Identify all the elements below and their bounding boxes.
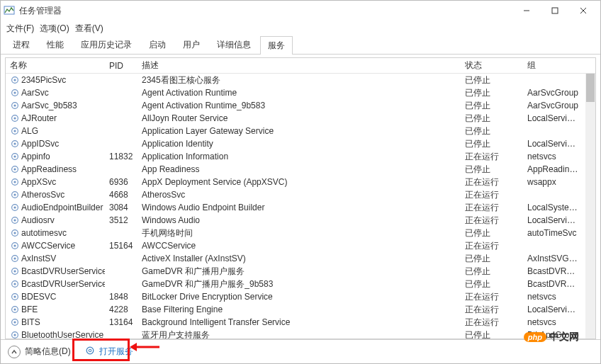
service-name: BITS bbox=[21, 317, 40, 327]
table-row[interactable]: Appinfo11832Application Information正在运行n… bbox=[6, 150, 585, 163]
open-services-link[interactable]: 打开服务 bbox=[99, 346, 133, 358]
table-row[interactable]: AppXSvc6936AppX Deployment Service (AppX… bbox=[6, 176, 585, 188]
svg-point-22 bbox=[13, 181, 16, 183]
table-row[interactable]: ALGApplication Layer Gateway Service已停止 bbox=[6, 125, 585, 137]
col-status[interactable]: 状态 bbox=[461, 58, 523, 73]
service-name: AppReadiness bbox=[21, 164, 77, 174]
maximize-button[interactable] bbox=[541, 1, 569, 20]
service-name: AarSvc bbox=[21, 88, 49, 98]
svg-point-38 bbox=[13, 283, 16, 285]
table-row[interactable]: AppIDSvcApplication Identity已停止LocalServ… bbox=[6, 137, 585, 150]
service-icon bbox=[10, 101, 20, 110]
table-row[interactable]: AtherosSvc4668AtherosSvc正在运行 bbox=[6, 188, 585, 201]
service-name: AppXSvc bbox=[21, 177, 56, 187]
service-name: BDESVC bbox=[21, 292, 56, 302]
service-icon bbox=[10, 139, 20, 149]
service-icon bbox=[10, 75, 20, 85]
tab-app-history[interactable]: 应用历史记录 bbox=[73, 35, 140, 54]
col-name[interactable]: 名称 bbox=[6, 58, 105, 73]
table-row[interactable]: AarSvcAgent Activation Runtime已停止AarSvcG… bbox=[6, 86, 585, 99]
scrollbar[interactable] bbox=[585, 74, 595, 339]
table-row[interactable]: AarSvc_9b583Agent Activation Runtime_9b5… bbox=[6, 99, 585, 112]
tab-processes[interactable]: 进程 bbox=[5, 35, 38, 54]
table-row[interactable]: AxInstSVActiveX Installer (AxInstSV)已停止A… bbox=[6, 252, 585, 265]
table-header: 名称 PID 描述 状态 组 bbox=[6, 58, 595, 74]
table-row[interactable]: BDESVC1848BitLocker Drive Encryption Ser… bbox=[6, 290, 585, 303]
scrollbar-thumb[interactable] bbox=[586, 74, 595, 102]
service-name: AJRouter bbox=[21, 113, 57, 123]
svg-point-26 bbox=[13, 206, 16, 208]
table-row[interactable]: AWCCService15164AWCCService正在运行 bbox=[6, 239, 585, 252]
service-icon bbox=[10, 254, 20, 263]
service-name: AtherosSvc bbox=[21, 190, 64, 200]
service-group: AarSvcGroup bbox=[523, 99, 584, 112]
table-row[interactable]: BcastDVRUserService_9b...GameDVR 和广播用户服务… bbox=[6, 278, 585, 290]
service-group bbox=[523, 79, 584, 81]
svg-point-8 bbox=[13, 91, 16, 93]
service-name: BcastDVRUserService bbox=[21, 266, 105, 276]
service-pid: 13164 bbox=[105, 316, 137, 329]
table-row[interactable]: AJRouterAllJoyn Router Service已停止LocalSe… bbox=[6, 112, 585, 125]
svg-point-49 bbox=[86, 347, 94, 354]
service-group bbox=[523, 193, 584, 196]
col-group[interactable]: 组 bbox=[523, 58, 584, 73]
tab-startup[interactable]: 启动 bbox=[141, 35, 174, 54]
menu-file[interactable]: 文件(F) bbox=[6, 23, 34, 35]
service-group: netsvcs bbox=[523, 316, 584, 329]
svg-point-12 bbox=[13, 117, 16, 119]
service-pid: 6936 bbox=[105, 176, 137, 188]
service-pid bbox=[105, 130, 137, 132]
service-desc: Agent Activation Runtime_9b583 bbox=[137, 99, 461, 112]
col-desc[interactable]: 描述 bbox=[137, 58, 461, 73]
service-group: BcastDVRUs... bbox=[523, 265, 584, 278]
service-pid: 1848 bbox=[105, 290, 137, 303]
svg-point-24 bbox=[13, 193, 16, 195]
service-desc: 2345看图王核心服务 bbox=[137, 74, 461, 88]
svg-point-36 bbox=[13, 270, 16, 272]
service-pid bbox=[105, 104, 137, 107]
service-icon bbox=[10, 190, 20, 200]
close-button[interactable] bbox=[569, 1, 597, 20]
service-pid: 4668 bbox=[105, 188, 137, 201]
collapse-button[interactable] bbox=[8, 346, 21, 358]
tab-users[interactable]: 用户 bbox=[175, 35, 208, 54]
svg-point-18 bbox=[13, 155, 16, 157]
service-icon bbox=[10, 279, 20, 289]
menu-view[interactable]: 查看(V) bbox=[75, 23, 103, 35]
menubar: 文件(F) 选项(O) 查看(V) bbox=[1, 21, 600, 36]
service-icon bbox=[10, 203, 20, 212]
service-name: AudioEndpointBuilder bbox=[21, 203, 103, 212]
table-row[interactable]: BITS13164Background Intelligent Transfer… bbox=[6, 316, 585, 329]
service-icon bbox=[10, 292, 20, 302]
table-row[interactable]: AppReadinessApp Readiness已停止AppReadiness bbox=[6, 163, 585, 176]
service-pid: 15164 bbox=[105, 239, 137, 252]
table-row[interactable]: 2345PicSvc2345看图王核心服务已停止 bbox=[6, 74, 585, 86]
col-pid[interactable]: PID bbox=[105, 59, 137, 72]
service-pid bbox=[105, 334, 137, 336]
service-pid: 3512 bbox=[105, 214, 137, 227]
svg-point-10 bbox=[13, 104, 16, 106]
table-row[interactable]: Audiosrv3512Windows Audio正在运行LocalServic… bbox=[6, 214, 585, 227]
service-desc: Background Intelligent Transfer Service bbox=[137, 316, 461, 329]
services-table: 名称 PID 描述 状态 组 2345PicSvc2345看图王核心服务已停止A… bbox=[5, 57, 596, 339]
minimize-button[interactable] bbox=[512, 1, 541, 20]
table-row[interactable]: BluetoothUserService蓝牙用户支持服务已停止BthAppGro… bbox=[6, 329, 585, 339]
brief-info-link[interactable]: 简略信息(D) bbox=[25, 346, 71, 358]
svg-point-20 bbox=[13, 168, 16, 170]
svg-point-6 bbox=[13, 79, 16, 81]
svg-point-40 bbox=[13, 295, 16, 297]
table-row[interactable]: AudioEndpointBuilder3084Windows Audio En… bbox=[6, 201, 585, 214]
service-group: LocalService... bbox=[523, 303, 584, 316]
service-desc: 手机网络时间 bbox=[137, 226, 461, 241]
tab-services[interactable]: 服务 bbox=[260, 36, 293, 55]
tab-details[interactable]: 详细信息 bbox=[209, 35, 259, 54]
menu-options[interactable]: 选项(O) bbox=[40, 23, 69, 35]
tab-performance[interactable]: 性能 bbox=[39, 35, 72, 54]
table-row[interactable]: BcastDVRUserServiceGameDVR 和广播用户服务已停止Bca… bbox=[6, 265, 585, 278]
svg-point-50 bbox=[89, 349, 91, 352]
table-row[interactable]: autotimesvc手机网络时间已停止autoTimeSvc bbox=[6, 227, 585, 239]
table-row[interactable]: BFE4228Base Filtering Engine正在运行LocalSer… bbox=[6, 303, 585, 316]
service-status: 已停止 bbox=[461, 328, 523, 339]
service-desc: Application Information bbox=[137, 150, 461, 163]
service-desc: AtherosSvc bbox=[137, 188, 461, 201]
